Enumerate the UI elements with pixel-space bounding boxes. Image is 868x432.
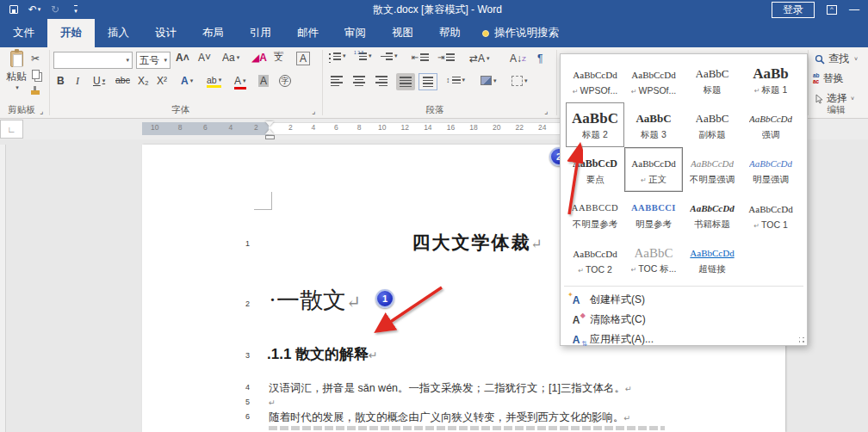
ribbon-tab[interactable]: 布局	[189, 19, 237, 47]
signin-button[interactable]: 登录	[772, 2, 815, 18]
copy-button[interactable]	[32, 70, 40, 79]
grow-font-button[interactable]: A˄	[176, 52, 189, 64]
vertical-ruler[interactable]	[0, 145, 6, 432]
ribbon-tab[interactable]: 插入	[95, 19, 142, 47]
superscript-button[interactable]: X²	[157, 75, 167, 87]
phonetic-guide-button[interactable]: wén文	[274, 50, 283, 60]
panel-resize-grip[interactable]	[798, 336, 805, 343]
highlight-color-button[interactable]: ab▾	[207, 75, 221, 88]
strikethrough-button[interactable]: abc	[115, 75, 130, 85]
underline-button[interactable]: U▾	[93, 75, 105, 87]
paste-button[interactable]: 粘贴 ▾	[3, 51, 29, 91]
show-hide-marks-button[interactable]: ¶	[537, 52, 542, 65]
ribbon-tab[interactable]: 帮助	[426, 19, 474, 47]
empty-paragraph-line[interactable]: ↵	[269, 396, 276, 408]
font-size-combo[interactable]: 五号▾	[136, 52, 170, 69]
borders-button[interactable]: ▾	[512, 76, 528, 86]
style-gallery-item[interactable]: AaBbC ↵ 标题	[683, 58, 741, 102]
styles-menu-item[interactable]: 应用样式(A)...	[561, 330, 807, 349]
multilevel-list-button[interactable]: ▾	[381, 52, 398, 60]
heading2-line[interactable]: .1.1 散文的解释↵	[267, 344, 378, 364]
style-label: ↵ TOC 1	[753, 219, 788, 230]
style-gallery-item[interactable]: AaBbCcDd ↵ 强调	[741, 102, 800, 147]
change-case-button[interactable]: Aa▾	[222, 52, 239, 64]
style-gallery-item[interactable]: AaBbCcDd ↵ 正文	[624, 147, 683, 192]
styles-menu-item[interactable]: 创建样式(S)	[561, 290, 807, 310]
tab-file[interactable]: 文件	[0, 19, 47, 47]
style-gallery-item[interactable]: AaBbCcD ↵ 要点	[566, 147, 624, 192]
clipboard-dialog-launcher[interactable]: ⌟	[40, 107, 43, 115]
left-indent-marker[interactable]	[265, 135, 275, 139]
character-shading-button[interactable]: A	[258, 75, 269, 87]
ribbon-tab[interactable]: 设计	[142, 19, 189, 47]
replace-button[interactable]: abac 替换	[813, 71, 844, 86]
first-line-indent-marker[interactable]	[265, 121, 274, 127]
line-number: 1	[245, 239, 250, 248]
hanging-indent-marker[interactable]	[265, 129, 274, 134]
subscript-button[interactable]: X₂	[138, 75, 149, 87]
style-gallery-item[interactable]: AaBbC ↵ 标题 3	[624, 102, 683, 147]
ribbon-tab[interactable]: 开始	[47, 19, 95, 47]
style-gallery-item[interactable]: AaBbC ↵ 副标题	[683, 102, 741, 147]
enclose-characters-button[interactable]: 字	[279, 75, 291, 87]
align-center-button[interactable]	[353, 76, 365, 86]
font-dialog-launcher[interactable]: ⌟	[312, 107, 315, 115]
line-spacing-button[interactable]: ↕▾	[446, 76, 465, 84]
justify-button[interactable]	[396, 73, 415, 90]
style-gallery-item[interactable]: AaBbCcDd ↵ WPSOf...	[624, 58, 683, 102]
clear-formatting-button[interactable]: ◢A	[251, 52, 267, 64]
style-gallery-item[interactable]: AABBCCD ↵ 不明显参考	[566, 192, 624, 237]
style-gallery-item[interactable]: AaBbCcDd ↵ TOC 2	[566, 237, 624, 281]
font-name-combo[interactable]: ▾	[53, 52, 133, 69]
style-gallery-item[interactable]: AaBbC ↵ 标题 2	[566, 102, 624, 147]
redo-button[interactable]: ↻	[46, 2, 64, 17]
decrease-indent-button[interactable]: ⇤	[412, 52, 429, 62]
find-button[interactable]: 查找˅	[815, 52, 858, 66]
style-gallery-item[interactable]: AABBCCI ↵ 明显参考	[624, 192, 683, 237]
numbering-button[interactable]: ▾	[355, 52, 372, 60]
format-painter-button[interactable]	[31, 90, 40, 95]
bullets-button[interactable]: ▾	[329, 52, 346, 60]
character-border-button[interactable]: A	[296, 52, 310, 65]
ribbon-tab[interactable]: 视图	[379, 19, 426, 47]
ribbon-tab[interactable]: 引用	[237, 19, 284, 47]
style-preview: AaBbCcDd	[573, 244, 617, 264]
font-size-value: 五号	[140, 54, 159, 67]
paragraph-line[interactable]: 汉语词汇，拼音是 sǎn wén。一指文采焕发；二指犹行文；[1]三指文体名。↵	[269, 381, 632, 396]
shrink-font-button[interactable]: A˅	[198, 52, 211, 64]
style-preview: AaBbCcDd	[749, 153, 792, 174]
cut-button[interactable]: ✂	[31, 52, 40, 65]
undo-button[interactable]: ↶▾	[26, 2, 43, 17]
minimize-button[interactable]: —	[849, 3, 859, 15]
styles-menu-item[interactable]: 清除格式(C)	[561, 310, 807, 330]
style-gallery-item[interactable]: AaBbCcDd ↵ 超链接	[683, 237, 741, 281]
align-left-button[interactable]	[331, 76, 343, 86]
paragraph-dialog-launcher[interactable]: ⌟	[544, 107, 548, 115]
font-color-button[interactable]: A▾	[234, 75, 246, 89]
style-gallery-item[interactable]: AaBbCcDd ↵ 明显强调	[741, 147, 800, 192]
style-gallery-item[interactable]: AaBbCcDd ↵ 书籍标题	[683, 192, 741, 237]
align-right-button[interactable]	[375, 76, 388, 86]
tell-me-search[interactable]: 操作说明搜索	[474, 19, 567, 47]
style-gallery-item[interactable]: AaBbCcDd ↵ TOC 1	[741, 192, 800, 237]
style-gallery-item[interactable]: AaBbC ↵ TOC 标...	[624, 237, 683, 281]
italic-button[interactable]: I	[76, 75, 79, 88]
increase-indent-button[interactable]: ⇥	[437, 52, 455, 62]
tab-stop-selector[interactable]: ∟	[0, 120, 23, 139]
text-effects-button[interactable]: A▾	[181, 75, 193, 87]
sort-button[interactable]: A↓Z	[510, 52, 526, 65]
ribbon-tab[interactable]: 邮件	[284, 19, 332, 47]
style-gallery-item[interactable]: AaBbCcDd ↵ WPSOf...	[566, 58, 624, 102]
ribbon-tab[interactable]: 审阅	[332, 19, 379, 47]
qat-customize-button[interactable]: ▾	[67, 2, 84, 17]
style-gallery-item[interactable]: AaBb ↵ 标题 1	[741, 58, 800, 102]
ribbon-display-options-button[interactable]: ^	[827, 5, 837, 15]
heading1-line[interactable]: ·一散文↵	[269, 285, 361, 316]
style-gallery-item[interactable]: AaBbCcDd ↵ 不明显强调	[683, 147, 741, 192]
save-button[interactable]	[5, 2, 22, 17]
shading-button[interactable]: ▾	[480, 76, 497, 85]
asian-layout-button[interactable]: ⇄A▾	[469, 52, 490, 65]
bold-button[interactable]: B	[57, 75, 65, 87]
distribute-button[interactable]	[418, 73, 437, 90]
paragraph-line[interactable]: 随着时代的发展，散文的概念由广义向狭义转变，并受到西方文化的影响。↵	[269, 410, 630, 425]
